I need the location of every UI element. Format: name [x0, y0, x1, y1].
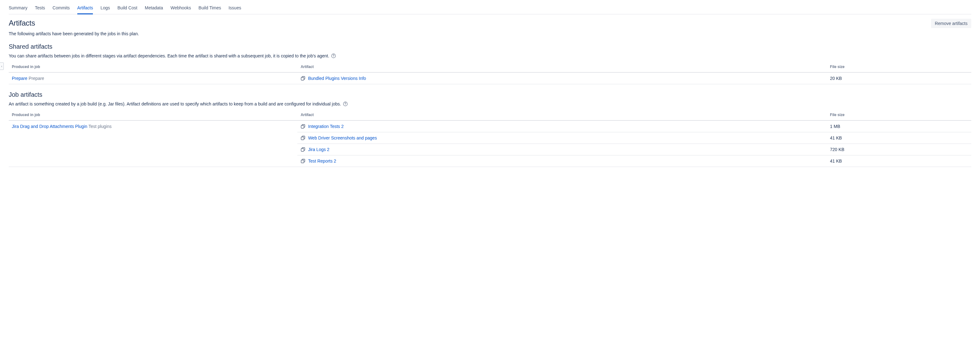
shared-artifacts-description-text: You can share artifacts between jobs in … [9, 53, 329, 58]
table-row: Jira Drag and Drop Attachments PluginTes… [9, 120, 971, 132]
artifact-link[interactable]: Web Driver Screenshots and pages [308, 136, 377, 141]
tab-summary[interactable]: Summary [9, 3, 27, 14]
tab-artifacts[interactable]: Artifacts [77, 3, 93, 14]
svg-rect-5 [301, 125, 304, 128]
column-header-size: File size [827, 61, 971, 72]
column-header-artifact: Artifact [298, 61, 827, 72]
tab-metadata[interactable]: Metadata [145, 3, 163, 14]
tab-commits[interactable]: Commits [52, 3, 70, 14]
size-cell: 1 MB [827, 120, 971, 132]
sidebar-expander[interactable]: ‹ [0, 62, 4, 70]
svg-point-1 [334, 57, 334, 57]
size-cell: 41 KB [827, 132, 971, 144]
job-cell: Jira Drag and Drop Attachments PluginTes… [9, 120, 298, 167]
share-artifact-icon [301, 147, 305, 152]
tab-tests[interactable]: Tests [35, 3, 45, 14]
size-cell: 720 KB [827, 144, 971, 155]
page-title: Artifacts [9, 19, 35, 27]
job-stage: Test plugins [89, 124, 111, 129]
tab-build-cost[interactable]: Build Cost [118, 3, 137, 14]
artifact-cell: Web Driver Screenshots and pages [298, 132, 827, 144]
column-header-artifact: Artifact [298, 110, 827, 120]
shared-artifacts-heading: Shared artifacts [9, 43, 971, 50]
table-row: PreparePrepareBundled Plugins Versions I… [9, 72, 971, 84]
help-circle-icon[interactable] [343, 101, 348, 106]
svg-rect-8 [301, 160, 304, 163]
job-artifacts-description-text: An artifact is something created by a jo… [9, 101, 341, 106]
artifact-link[interactable]: Jira Logs 2 [308, 147, 329, 152]
svg-rect-7 [301, 149, 304, 151]
artifact-cell: Jira Logs 2 [298, 144, 827, 155]
artifact-cell: Bundled Plugins Versions Info [298, 72, 827, 84]
svg-point-4 [345, 105, 346, 105]
column-header-size: File size [827, 110, 971, 120]
size-cell: 41 KB [827, 155, 971, 167]
artifact-cell: Test Reports 2 [298, 155, 827, 167]
column-header-job: Produced in job [9, 110, 298, 120]
share-artifact-icon [301, 76, 305, 81]
share-artifact-icon [301, 124, 305, 129]
remove-artifacts-button[interactable]: Remove artifacts [931, 19, 971, 28]
job-stage: Prepare [29, 76, 44, 81]
size-cell: 20 KB [827, 72, 971, 84]
shared-artifacts-description: You can share artifacts between jobs in … [9, 53, 971, 58]
job-link[interactable]: Jira Drag and Drop Attachments Plugin [12, 124, 87, 129]
job-link[interactable]: Prepare [12, 76, 27, 81]
job-artifacts-table: Produced in job Artifact File size Jira … [9, 110, 971, 167]
share-artifact-icon [301, 158, 305, 163]
page-header-row: Artifacts Remove artifacts [9, 19, 971, 28]
artifact-link[interactable]: Bundled Plugins Versions Info [308, 76, 366, 81]
column-header-job: Produced in job [9, 61, 298, 72]
tab-build-times[interactable]: Build Times [199, 3, 221, 14]
artifact-cell: Integration Tests 2 [298, 120, 827, 132]
tab-issues[interactable]: Issues [229, 3, 241, 14]
build-tabs: SummaryTestsCommitsArtifactsLogsBuild Co… [9, 0, 971, 14]
tab-logs[interactable]: Logs [100, 3, 110, 14]
artifact-link[interactable]: Test Reports 2 [308, 158, 336, 163]
help-circle-icon[interactable] [331, 53, 336, 58]
artifact-link[interactable]: Integration Tests 2 [308, 124, 344, 129]
job-artifacts-description: An artifact is something created by a jo… [9, 101, 971, 106]
share-artifact-icon [301, 136, 305, 141]
svg-rect-6 [301, 137, 304, 140]
svg-rect-2 [301, 77, 304, 80]
job-cell: PreparePrepare [9, 72, 298, 84]
page-description: The following artifacts have been genera… [9, 31, 971, 36]
tab-webhooks[interactable]: Webhooks [170, 3, 191, 14]
shared-artifacts-table: Produced in job Artifact File size Prepa… [9, 61, 971, 84]
job-artifacts-heading: Job artifacts [9, 91, 971, 98]
